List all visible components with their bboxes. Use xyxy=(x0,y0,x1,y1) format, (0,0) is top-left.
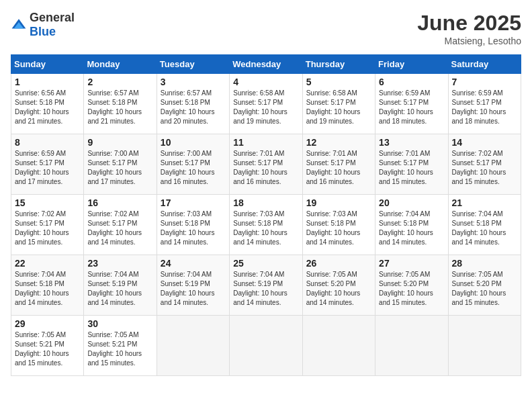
table-row: 12 Sunrise: 7:01 AM Sunset: 5:17 PM Dayl… xyxy=(302,134,375,195)
header: General Blue June 2025 Matsieng, Lesotho xyxy=(11,11,521,46)
day-info: Sunrise: 7:04 AM Sunset: 5:19 PM Dayligh… xyxy=(233,270,298,308)
day-number: 25 xyxy=(233,258,298,269)
col-tuesday: Tuesday xyxy=(157,55,229,74)
day-info: Sunrise: 7:05 AM Sunset: 5:20 PM Dayligh… xyxy=(379,270,444,308)
day-info: Sunrise: 7:04 AM Sunset: 5:19 PM Dayligh… xyxy=(87,270,152,308)
table-row: 16 Sunrise: 7:02 AM Sunset: 5:17 PM Dayl… xyxy=(84,195,157,255)
table-row xyxy=(375,316,448,376)
day-number: 14 xyxy=(452,137,517,148)
table-row: 10 Sunrise: 7:00 AM Sunset: 5:17 PM Dayl… xyxy=(157,134,229,195)
day-number: 6 xyxy=(379,77,444,87)
day-number: 21 xyxy=(452,197,517,208)
day-number: 16 xyxy=(87,197,152,208)
table-row: 3 Sunrise: 6:57 AM Sunset: 5:18 PM Dayli… xyxy=(157,74,229,134)
day-number: 11 xyxy=(233,137,298,148)
day-number: 2 xyxy=(87,77,152,87)
table-row xyxy=(157,316,229,376)
calendar-week-row: 1 Sunrise: 6:56 AM Sunset: 5:18 PM Dayli… xyxy=(11,74,521,134)
table-row: 1 Sunrise: 6:56 AM Sunset: 5:18 PM Dayli… xyxy=(11,74,84,134)
day-number: 20 xyxy=(379,197,444,208)
day-info: Sunrise: 7:01 AM Sunset: 5:17 PM Dayligh… xyxy=(306,149,371,187)
table-row: 5 Sunrise: 6:58 AM Sunset: 5:17 PM Dayli… xyxy=(302,74,375,134)
day-info: Sunrise: 6:57 AM Sunset: 5:18 PM Dayligh… xyxy=(161,89,226,126)
col-monday: Monday xyxy=(84,55,157,74)
table-row: 28 Sunrise: 7:05 AM Sunset: 5:20 PM Dayl… xyxy=(448,255,521,316)
day-number: 26 xyxy=(306,258,371,269)
day-info: Sunrise: 7:03 AM Sunset: 5:18 PM Dayligh… xyxy=(306,210,371,247)
day-info: Sunrise: 7:04 AM Sunset: 5:18 PM Dayligh… xyxy=(452,210,517,247)
title-area: June 2025 Matsieng, Lesotho xyxy=(417,11,521,46)
table-row: 25 Sunrise: 7:04 AM Sunset: 5:19 PM Dayl… xyxy=(230,255,302,316)
logo-blue: Blue xyxy=(30,25,56,38)
day-info: Sunrise: 7:00 AM Sunset: 5:17 PM Dayligh… xyxy=(161,149,226,187)
table-row: 30 Sunrise: 7:05 AM Sunset: 5:21 PM Dayl… xyxy=(84,316,157,376)
day-info: Sunrise: 6:56 AM Sunset: 5:18 PM Dayligh… xyxy=(15,89,80,126)
table-row: 15 Sunrise: 7:02 AM Sunset: 5:17 PM Dayl… xyxy=(11,195,84,255)
table-row: 6 Sunrise: 6:59 AM Sunset: 5:17 PM Dayli… xyxy=(375,74,448,134)
calendar-subtitle: Matsieng, Lesotho xyxy=(417,36,521,46)
day-number: 19 xyxy=(306,197,371,208)
day-info: Sunrise: 6:58 AM Sunset: 5:17 PM Dayligh… xyxy=(306,89,371,126)
day-number: 12 xyxy=(306,137,371,148)
calendar-week-row: 29 Sunrise: 7:05 AM Sunset: 5:21 PM Dayl… xyxy=(11,316,521,376)
day-number: 28 xyxy=(452,258,517,269)
day-number: 4 xyxy=(233,77,298,87)
day-info: Sunrise: 7:04 AM Sunset: 5:18 PM Dayligh… xyxy=(379,210,444,247)
day-number: 9 xyxy=(87,137,152,148)
day-number: 23 xyxy=(87,258,152,269)
day-number: 24 xyxy=(161,258,226,269)
day-info: Sunrise: 7:03 AM Sunset: 5:18 PM Dayligh… xyxy=(233,210,298,247)
calendar-title: June 2025 xyxy=(417,11,521,36)
logo: General Blue xyxy=(11,11,75,39)
day-number: 8 xyxy=(15,137,80,148)
day-number: 15 xyxy=(15,197,80,208)
table-row: 9 Sunrise: 7:00 AM Sunset: 5:17 PM Dayli… xyxy=(84,134,157,195)
calendar-week-row: 22 Sunrise: 7:04 AM Sunset: 5:18 PM Dayl… xyxy=(11,255,521,316)
day-number: 7 xyxy=(452,77,517,87)
calendar-header-row: Sunday Monday Tuesday Wednesday Thursday… xyxy=(11,55,521,74)
table-row: 7 Sunrise: 6:59 AM Sunset: 5:17 PM Dayli… xyxy=(448,74,521,134)
day-info: Sunrise: 7:02 AM Sunset: 5:17 PM Dayligh… xyxy=(15,210,80,247)
day-info: Sunrise: 6:59 AM Sunset: 5:17 PM Dayligh… xyxy=(15,149,80,187)
day-number: 22 xyxy=(15,258,80,269)
day-info: Sunrise: 7:05 AM Sunset: 5:20 PM Dayligh… xyxy=(306,270,371,308)
day-number: 3 xyxy=(161,77,226,87)
table-row: 27 Sunrise: 7:05 AM Sunset: 5:20 PM Dayl… xyxy=(375,255,448,316)
day-number: 10 xyxy=(161,137,226,148)
col-thursday: Thursday xyxy=(302,55,375,74)
day-info: Sunrise: 7:02 AM Sunset: 5:17 PM Dayligh… xyxy=(452,149,517,187)
day-info: Sunrise: 7:03 AM Sunset: 5:18 PM Dayligh… xyxy=(161,210,226,247)
table-row xyxy=(302,316,375,376)
col-wednesday: Wednesday xyxy=(230,55,302,74)
day-info: Sunrise: 7:05 AM Sunset: 5:20 PM Dayligh… xyxy=(452,270,517,308)
table-row: 20 Sunrise: 7:04 AM Sunset: 5:18 PM Dayl… xyxy=(375,195,448,255)
table-row: 21 Sunrise: 7:04 AM Sunset: 5:18 PM Dayl… xyxy=(448,195,521,255)
day-info: Sunrise: 6:58 AM Sunset: 5:17 PM Dayligh… xyxy=(233,89,298,126)
table-row: 17 Sunrise: 7:03 AM Sunset: 5:18 PM Dayl… xyxy=(157,195,229,255)
table-row xyxy=(448,316,521,376)
day-info: Sunrise: 6:59 AM Sunset: 5:17 PM Dayligh… xyxy=(379,89,444,126)
calendar-week-row: 15 Sunrise: 7:02 AM Sunset: 5:17 PM Dayl… xyxy=(11,195,521,255)
calendar-week-row: 8 Sunrise: 6:59 AM Sunset: 5:17 PM Dayli… xyxy=(11,134,521,195)
day-info: Sunrise: 7:02 AM Sunset: 5:17 PM Dayligh… xyxy=(87,210,152,247)
day-number: 1 xyxy=(15,77,80,87)
table-row xyxy=(230,316,302,376)
day-number: 17 xyxy=(161,197,226,208)
day-info: Sunrise: 7:04 AM Sunset: 5:18 PM Dayligh… xyxy=(15,270,80,308)
day-number: 18 xyxy=(233,197,298,208)
logo-icon xyxy=(11,17,27,33)
day-number: 30 xyxy=(87,318,152,329)
day-number: 5 xyxy=(306,77,371,87)
table-row: 11 Sunrise: 7:01 AM Sunset: 5:17 PM Dayl… xyxy=(230,134,302,195)
day-info: Sunrise: 7:01 AM Sunset: 5:17 PM Dayligh… xyxy=(379,149,444,187)
day-info: Sunrise: 7:00 AM Sunset: 5:17 PM Dayligh… xyxy=(87,149,152,187)
col-friday: Friday xyxy=(375,55,448,74)
table-row: 29 Sunrise: 7:05 AM Sunset: 5:21 PM Dayl… xyxy=(11,316,84,376)
table-row: 22 Sunrise: 7:04 AM Sunset: 5:18 PM Dayl… xyxy=(11,255,84,316)
day-info: Sunrise: 7:04 AM Sunset: 5:19 PM Dayligh… xyxy=(161,270,226,308)
table-row: 24 Sunrise: 7:04 AM Sunset: 5:19 PM Dayl… xyxy=(157,255,229,316)
day-number: 27 xyxy=(379,258,444,269)
table-row: 26 Sunrise: 7:05 AM Sunset: 5:20 PM Dayl… xyxy=(302,255,375,316)
day-info: Sunrise: 7:05 AM Sunset: 5:21 PM Dayligh… xyxy=(87,330,152,368)
day-info: Sunrise: 7:01 AM Sunset: 5:17 PM Dayligh… xyxy=(233,149,298,187)
